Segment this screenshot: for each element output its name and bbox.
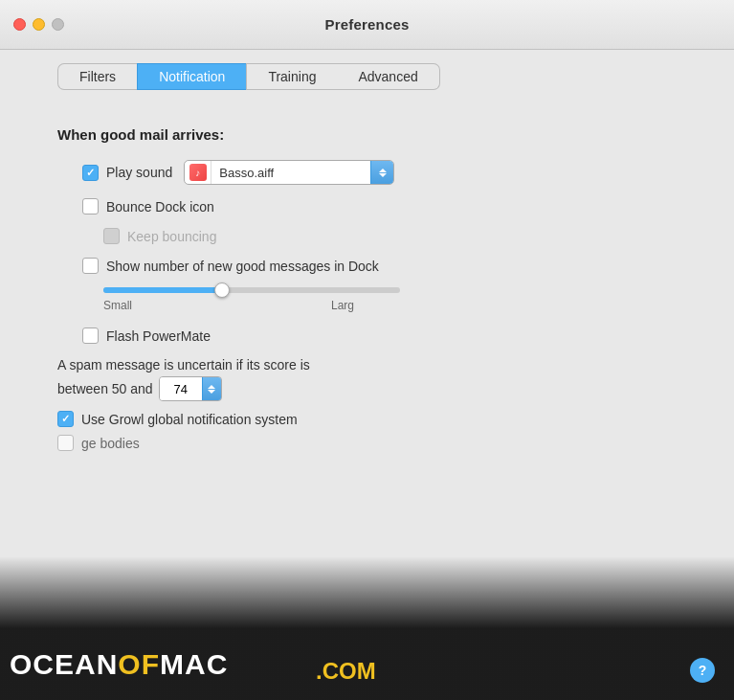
- play-sound-label: Play sound: [106, 165, 172, 180]
- maximize-button[interactable]: [52, 18, 64, 31]
- bounce-dock-label: Bounce Dock icon: [106, 199, 214, 215]
- title-bar: Preferences: [0, 0, 734, 50]
- flash-powermate-label: Flash PowerMate: [106, 328, 211, 344]
- watermark-mac: MAC: [160, 648, 228, 680]
- bodies-label: ge bodies: [81, 436, 140, 451]
- show-number-checkbox-wrap[interactable]: Show number of new good messages in Dock: [82, 258, 379, 274]
- keep-bouncing-checkbox-wrap[interactable]: Keep bouncing: [103, 228, 216, 244]
- spam-row: A spam message is uncertain if its score…: [57, 357, 677, 373]
- window-title: Preferences: [324, 16, 409, 33]
- show-number-row: Show number of new good messages in Dock: [57, 258, 677, 274]
- bounce-dock-checkbox-wrap[interactable]: Bounce Dock icon: [82, 198, 214, 215]
- sound-dropdown[interactable]: Basso.aiff: [184, 160, 394, 185]
- window: Preferences Filters Notification Trainin…: [0, 0, 734, 700]
- flash-powermate-row: Flash PowerMate: [57, 327, 677, 344]
- keep-bouncing-row: Keep bouncing: [57, 228, 677, 244]
- play-sound-checkbox-wrap[interactable]: Play sound: [82, 165, 172, 181]
- spam-arrow-down: [208, 390, 215, 394]
- sound-file-icon: [185, 161, 211, 184]
- watermark-ocean: OCEAN: [10, 648, 118, 680]
- bounce-dock-checkbox[interactable]: [82, 198, 99, 215]
- sound-arrow-down: [379, 173, 387, 177]
- spam-section: A spam message is uncertain if its score…: [57, 357, 677, 401]
- slider-min-label: Small: [103, 299, 132, 312]
- flash-powermate-checkbox[interactable]: [82, 327, 99, 344]
- bodies-row: ge bodies: [57, 435, 677, 451]
- spam-value-input[interactable]: [160, 377, 202, 400]
- spam-value-arrows[interactable]: [202, 377, 221, 400]
- tab-filters[interactable]: Filters: [57, 63, 137, 90]
- content-area: When good mail arrives: Play sound Basso…: [0, 103, 734, 484]
- watermark-of: OF: [118, 648, 160, 680]
- sound-arrow-up: [379, 169, 387, 172]
- spam-row-2: between 50 and: [57, 376, 677, 401]
- watermark-container: OCEANOFMAC: [10, 648, 228, 681]
- growl-checkbox[interactable]: [57, 411, 74, 427]
- tab-notification[interactable]: Notification: [137, 63, 246, 90]
- section-title-good-mail: When good mail arrives:: [57, 126, 677, 143]
- show-number-label: Show number of new good messages in Dock: [106, 259, 379, 274]
- spam-value-input-wrap[interactable]: [159, 376, 222, 401]
- tab-advanced[interactable]: Advanced: [337, 63, 439, 90]
- keep-bouncing-checkbox[interactable]: [103, 228, 120, 244]
- sound-file-name: Basso.aiff: [211, 166, 370, 180]
- traffic-lights: [13, 18, 64, 31]
- play-sound-checkbox[interactable]: [82, 165, 99, 181]
- growl-label: Use Growl global notification system: [81, 412, 298, 427]
- tab-training[interactable]: Training: [246, 63, 337, 90]
- sound-dropdown-arrows[interactable]: [370, 161, 393, 184]
- slider-container: [57, 287, 677, 293]
- watermark-com-container: .COM: [316, 658, 376, 685]
- slider-labels: Small Larg: [57, 299, 354, 312]
- bodies-checkbox[interactable]: [57, 435, 74, 451]
- flash-powermate-checkbox-wrap[interactable]: Flash PowerMate: [82, 327, 211, 344]
- spam-text-between: between 50 and: [57, 381, 153, 396]
- spam-arrow-up: [208, 385, 215, 389]
- slider-track[interactable]: [103, 287, 400, 293]
- sound-icon-img: [189, 164, 207, 181]
- watermark-com: .COM: [316, 658, 376, 684]
- bounce-dock-row: Bounce Dock icon: [57, 198, 677, 215]
- slider-fill: [103, 287, 222, 293]
- spam-text-before: A spam message is uncertain if its score…: [57, 357, 310, 373]
- close-button[interactable]: [13, 18, 26, 31]
- growl-row: Use Growl global notification system: [57, 411, 677, 427]
- slider-thumb[interactable]: [214, 282, 230, 298]
- minimize-button[interactable]: [33, 18, 45, 31]
- show-number-checkbox[interactable]: [82, 258, 99, 274]
- keep-bouncing-label: Keep bouncing: [127, 229, 216, 244]
- play-sound-row: Play sound Basso.aiff: [57, 160, 677, 185]
- slider-max-label: Larg: [331, 299, 354, 312]
- help-button[interactable]: ?: [690, 658, 715, 683]
- tabs-bar: Filters Notification Training Advanced: [0, 50, 734, 103]
- bottom-overlay: OCEANOFMAC .COM: [0, 556, 734, 700]
